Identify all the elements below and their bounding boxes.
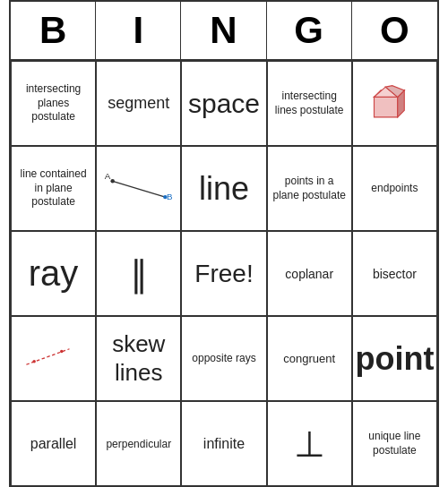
cell-text-r3c3: congruent [283,352,335,365]
cell-text-r0c3: intersecting lines postulate [271,90,348,117]
cell-text-r1c3: points in a plane postulate [271,175,348,202]
3d-shape-icon [367,80,421,128]
cell-r3c3[interactable]: congruent [267,316,352,401]
cell-r2c4[interactable]: bisector [352,231,437,316]
cell-r0c3[interactable]: intersecting lines postulate [267,61,352,146]
cell-text-r0c1: segment [108,94,169,113]
cell-text-r2c1: ∥ [130,253,148,295]
svg-text:B: B [167,191,173,201]
cell-r2c3[interactable]: coplanar [267,231,352,316]
svg-point-13 [60,350,64,354]
cell-text-r0c0: intersecting planes postulate [15,82,91,124]
cell-text-r3c4: point [355,340,434,378]
cell-r3c2[interactable]: opposite rays [181,316,266,401]
cell-r4c2[interactable]: infinite [181,401,266,486]
cell-text-r2c0: ray [29,253,79,294]
cell-r4c3[interactable]: ⊥ [267,401,352,486]
cell-r0c0[interactable]: intersecting planes postulate [11,61,96,146]
cell-r3c4[interactable]: point [352,316,437,401]
header-n: N [181,2,266,59]
cell-r1c3[interactable]: points in a plane postulate [267,146,352,231]
cell-text-r2c4: bisector [373,267,417,281]
header-g: G [267,2,352,59]
cell-r0c2[interactable]: space [181,61,266,146]
line-segment-drawing: A B [103,169,175,209]
cell-text-r4c1: perpendicular [106,438,171,450]
cell-r0c1[interactable]: segment [96,61,181,146]
cell-text-r3c1: skewlines [112,330,165,386]
cell-text-r0c2: space [188,89,260,119]
cell-text-r1c4: endpoints [371,182,418,196]
cell-r0c4[interactable] [352,61,437,146]
cell-text-r2c3: coplanar [285,267,333,281]
cell-r2c0[interactable]: ray [11,231,96,316]
bingo-header: B I N G O [11,2,437,61]
svg-text:A: A [105,170,111,180]
cell-text-r3c2: opposite rays [192,352,255,366]
svg-point-8 [110,179,114,183]
bingo-card: B I N G O intersecting planes postulate … [9,0,439,487]
cell-r3c1[interactable]: skewlines [96,316,181,401]
cell-r1c0[interactable]: line contained in plane postulate [11,146,96,231]
header-o: O [352,2,437,59]
header-i: I [96,2,181,59]
cell-text-r4c4: unique line postulate [357,430,433,457]
cell-r2c2[interactable]: Free! [181,231,266,316]
cell-text-r1c2: line [199,170,249,208]
cell-text-r4c3: ⊥ [294,423,325,465]
svg-line-7 [112,181,165,197]
svg-marker-0 [375,97,398,117]
cell-r2c1[interactable]: ∥ [96,231,181,316]
cell-r1c2[interactable]: line [181,146,266,231]
cell-r3c0[interactable] [11,316,96,401]
cell-text-r2c2: Free! [194,260,253,288]
skew-lines-drawing [22,341,85,376]
svg-point-12 [32,360,36,363]
cell-text-r1c0: line contained in plane postulate [15,167,91,209]
cell-r4c1[interactable]: perpendicular [96,401,181,486]
cell-r4c4[interactable]: unique line postulate [352,401,437,486]
cell-r1c4[interactable]: endpoints [352,146,437,231]
cell-r4c0[interactable]: parallel [11,401,96,486]
cell-text-r4c2: infinite [203,436,245,452]
header-b: B [11,2,96,59]
cell-text-r4c0: parallel [30,436,77,452]
bingo-grid: intersecting planes postulate segment sp… [11,61,437,486]
cell-r1c1[interactable]: A B [96,146,181,231]
